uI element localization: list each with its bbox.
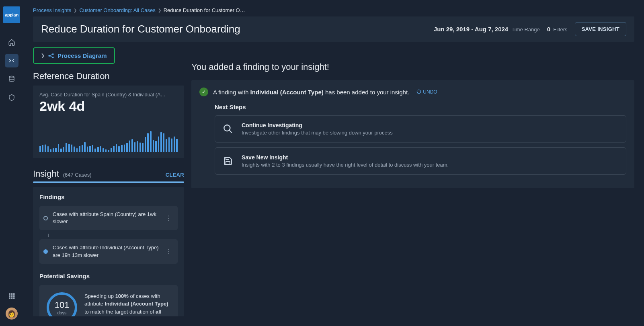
chart-bar [153, 140, 154, 152]
reference-card: Avg. Case Duration for Spain (Country) &… [33, 86, 184, 158]
svg-rect-9 [13, 297, 15, 299]
page-title: Reduce Duration for Customer Onboarding [41, 23, 240, 35]
chart-bar [168, 137, 170, 152]
chart-bar [171, 139, 172, 152]
chart-bar [55, 148, 57, 152]
savings-heading: Potential Savings [39, 273, 178, 279]
finding-text: Cases with attribute Individual (Account… [53, 244, 159, 259]
app-logo[interactable]: appian [3, 6, 20, 23]
process-diagram-toggle[interactable]: ❯ Process Diagram [33, 47, 115, 64]
breadcrumb-link[interactable]: Process Insights [33, 7, 71, 13]
finding-item[interactable]: Cases with attribute Spain (Country) are… [39, 206, 178, 230]
status-dot-hollow [43, 216, 48, 220]
svg-point-10 [48, 55, 50, 57]
insight-progress-bar [33, 181, 184, 183]
chart-bar [113, 146, 115, 152]
finding-menu-button[interactable]: ⋮ [164, 214, 174, 222]
chart-bar [118, 146, 120, 152]
svg-rect-5 [11, 295, 13, 297]
chart-bar [160, 132, 162, 152]
finding-item[interactable]: Cases with attribute Individual (Account… [39, 239, 178, 263]
reference-bar-chart [39, 126, 178, 152]
time-range[interactable]: Jun 29, 2019 - Aug 7, 2024 Time Range [434, 26, 540, 33]
breadcrumb-current: Reduce Duration for Customer O… [164, 7, 245, 13]
reference-value: 2wk 4d [39, 98, 178, 114]
chart-bar [126, 143, 128, 152]
finding-menu-button[interactable]: ⋮ [164, 248, 174, 255]
next-steps-label: Next Steps [215, 104, 626, 110]
success-check-icon: ✓ [199, 88, 208, 96]
step-title: Save New Insight [242, 154, 449, 161]
insight-count: (647 Cases) [63, 172, 92, 178]
chart-bar [63, 147, 65, 152]
chart-bar [66, 143, 67, 152]
filters-label: Filters [553, 26, 567, 33]
shield-icon [8, 94, 15, 101]
alert-message: A finding with Individual (Account Type)… [213, 89, 409, 96]
svg-point-11 [52, 53, 54, 55]
svg-rect-1 [9, 293, 10, 295]
svg-point-12 [52, 57, 54, 58]
chart-bar [137, 141, 138, 152]
svg-rect-6 [13, 295, 15, 297]
user-avatar[interactable]: 👩 [6, 308, 18, 320]
nav-data[interactable] [5, 72, 18, 86]
svg-point-0 [9, 76, 14, 78]
svg-rect-8 [11, 297, 13, 299]
chart-bar [155, 141, 157, 152]
reference-label: Avg. Case Duration for Spain (Country) &… [39, 92, 178, 98]
step-save-insight[interactable]: Save New Insight Insights with 2 to 3 fi… [215, 147, 626, 175]
save-icon [222, 156, 234, 166]
page-header: Reduce Duration for Customer Onboarding … [33, 16, 634, 42]
clear-button[interactable]: CLEAR [166, 172, 184, 178]
chart-bar [142, 143, 144, 152]
chart-bar [84, 142, 86, 152]
insight-title: Insight [33, 169, 59, 179]
savings-value: 101 [55, 300, 70, 310]
chart-bar [42, 145, 44, 152]
chart-bar [76, 148, 78, 152]
insights-icon [8, 57, 15, 64]
chart-bar [147, 133, 149, 152]
nav-home[interactable] [5, 35, 18, 49]
savings-unit: days [57, 310, 66, 315]
step-continue-investigating[interactable]: Continue Investigating Investigate other… [215, 115, 626, 143]
chart-bar [150, 131, 152, 152]
findings-card: Findings Cases with attribute Spain (Cou… [33, 187, 184, 316]
chart-bar [111, 148, 112, 152]
nav-apps[interactable] [5, 289, 18, 303]
arrow-down-icon: ↓ [39, 230, 178, 239]
chart-bar [166, 139, 167, 152]
savings-text: Speeding up 100% of cases with attribute… [84, 292, 170, 316]
chart-bar [50, 149, 51, 152]
chart-bar [97, 147, 99, 152]
chart-bar [174, 137, 175, 152]
chart-bar [68, 144, 70, 152]
nav-insights[interactable] [5, 54, 18, 67]
finding-text: Cases with attribute Spain (Country) are… [53, 211, 159, 225]
chart-bar [94, 149, 96, 152]
chevron-right-icon: ❯ [158, 8, 161, 12]
nav-security[interactable] [5, 91, 18, 104]
breadcrumb-link[interactable]: Customer Onboarding: All Cases [79, 7, 155, 13]
reference-heading: Reference Duration [33, 71, 184, 82]
status-dot-solid [43, 249, 48, 254]
chart-bar [53, 148, 54, 152]
savings-ring: 101 days [47, 292, 77, 316]
chart-bar [139, 143, 141, 152]
step-desc: Investigate other findings that may be s… [242, 130, 393, 136]
alert-panel: ✓ A finding with Individual (Account Typ… [191, 80, 634, 188]
svg-point-13 [224, 125, 230, 131]
chart-bar [121, 145, 123, 152]
savings-card: 101 days Speeding up 100% of cases with … [39, 285, 178, 316]
chart-bar [45, 145, 46, 152]
filters-indicator[interactable]: 0 Filters [547, 26, 568, 33]
undo-button[interactable]: UNDO [416, 89, 437, 95]
chart-bar [39, 146, 41, 152]
chart-bar [103, 148, 104, 152]
svg-rect-7 [9, 297, 10, 299]
diagram-icon [48, 53, 54, 59]
database-icon [8, 75, 15, 83]
save-insight-button[interactable]: SAVE INSIGHT [575, 22, 626, 36]
process-diagram-label: Process Diagram [57, 52, 107, 59]
